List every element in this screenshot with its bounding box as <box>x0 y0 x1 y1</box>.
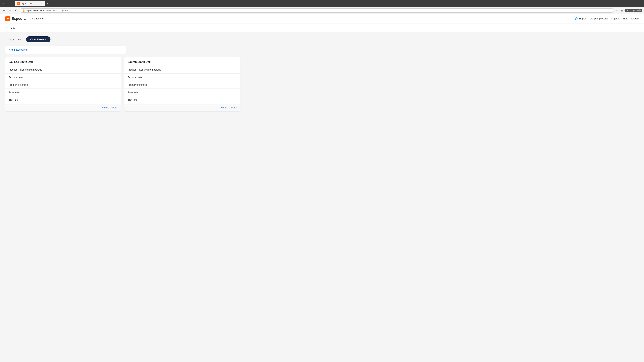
tab-my-account-label: My Account <box>10 38 22 41</box>
list-property-link[interactable]: List your property <box>590 17 608 20</box>
back-label: Back <box>10 27 15 29</box>
travelers-grid: Lau Lee Smith Deli Frequent Flyer and Me… <box>5 57 240 111</box>
traveler-card: Lauren Smith Deli Frequent Flyer and Mem… <box>124 57 240 111</box>
logo-text: Expedia <box>12 16 26 21</box>
language-label: English <box>579 17 586 20</box>
traveler-name: Lauren Smith Deli <box>128 60 150 63</box>
add-traveler-card: + Add new traveler <box>5 46 126 54</box>
logo[interactable]: ✈ Expedia <box>5 16 26 21</box>
traveler-menu-item[interactable]: TSA Info <box>124 96 240 104</box>
remove-traveler-footer: Remove traveler <box>5 104 121 111</box>
trips-label: Trips <box>623 17 628 20</box>
language-button[interactable]: 🌐 English <box>575 17 586 20</box>
user-label: Lauren <box>631 17 639 20</box>
traveler-menu-item[interactable]: Passports <box>5 89 121 96</box>
add-traveler-button[interactable]: + Add new traveler <box>9 48 28 51</box>
support-link[interactable]: Support <box>611 17 620 20</box>
tab-other-travelers-label: Other Travelers <box>30 38 46 41</box>
traveler-name: Lau Lee Smith Deli <box>9 60 33 63</box>
more-travel-button[interactable]: More travel ▾ <box>30 17 43 20</box>
sidebar-button[interactable]: ⊞ <box>620 8 624 13</box>
traveler-menu-item[interactable]: Frequent Flyer and Membership <box>5 66 121 73</box>
address-bar[interactable]: 🔒 expedia.com/user/account/?&selc=paymen… <box>20 8 614 12</box>
incognito-icon: 🕵 <box>626 9 629 11</box>
support-label: Support <box>611 17 620 20</box>
traveler-card-header: Lau Lee Smith Deli <box>5 57 121 66</box>
tab-other-travelers[interactable]: Other Travelers <box>26 36 50 42</box>
user-menu-link[interactable]: Lauren <box>631 17 639 20</box>
maximize-button[interactable]: □ <box>5 2 8 5</box>
close-button[interactable]: ✕ <box>9 2 11 5</box>
bookmark-button[interactable]: ☆ <box>615 8 619 13</box>
back-nav-button[interactable]: ← <box>2 8 6 13</box>
forward-nav-button[interactable]: → <box>8 8 12 13</box>
traveler-card: Lau Lee Smith Deli Frequent Flyer and Me… <box>5 57 121 111</box>
incognito-label: Incognito (2) <box>630 9 641 11</box>
tab-close-button[interactable]: ✕ <box>40 2 43 5</box>
more-travel-label: More travel <box>30 17 41 20</box>
chevron-down-icon: ▾ <box>42 17 43 20</box>
traveler-menu-item[interactable]: Flight Preferences <box>124 81 240 89</box>
logo-icon: ✈ <box>5 16 10 21</box>
traveler-menu-item[interactable]: Frequent Flyer and Membership <box>124 66 240 73</box>
back-section: ← Back <box>0 23 644 32</box>
incognito-badge[interactable]: 🕵 Incognito (2) <box>624 9 642 12</box>
traveler-menu-item[interactable]: TSA Info <box>5 96 121 104</box>
traveler-menu-item[interactable]: Passports <box>124 89 240 96</box>
add-traveler-label: + Add new traveler <box>9 48 28 51</box>
tabs-container: My Account Other Travelers <box>5 36 639 42</box>
back-arrow-icon: ← <box>5 26 8 30</box>
remove-traveler-label: Remove traveler <box>220 106 237 109</box>
reload-button[interactable]: ↺ <box>14 8 18 13</box>
traveler-menu-item[interactable]: Personal Info <box>124 73 240 81</box>
toolbar-right: ☆ ⊞ 🕵 Incognito (2) <box>615 8 642 13</box>
back-link[interactable]: ← Back <box>5 26 639 30</box>
tab-favicon: ✈ <box>18 2 20 5</box>
browser-toolbar: ← → ↺ 🔒 expedia.com/user/account/?&selc=… <box>0 7 644 14</box>
remove-traveler-button[interactable]: Remove traveler <box>220 106 237 109</box>
site-header: ✈ Expedia More travel ▾ 🌐 English List y… <box>0 14 644 23</box>
traveler-menu-item[interactable]: Personal Info <box>5 73 121 81</box>
main-content: My Account Other Travelers + Add new tra… <box>0 32 644 362</box>
minimize-button[interactable]: ─ <box>2 2 4 5</box>
url-text: expedia.com/user/account/?&selc=payment <box>26 9 68 12</box>
browser-titlebar: ─ □ ✕ ✈ My Account ✕ + <box>0 0 644 7</box>
tab-bar: ✈ My Account ✕ + <box>14 1 51 6</box>
new-tab-button[interactable]: + <box>45 1 50 6</box>
trips-link[interactable]: Trips <box>623 17 628 20</box>
window-controls: ─ □ ✕ <box>2 2 11 5</box>
header-left: ✈ Expedia More travel ▾ <box>5 16 43 21</box>
traveler-menu-item[interactable]: Flight Preferences <box>5 81 121 89</box>
tab-title: My Account <box>22 2 39 5</box>
tab-my-account[interactable]: My Account <box>5 36 26 42</box>
remove-traveler-footer: Remove traveler <box>124 104 240 111</box>
traveler-card-header: Lauren Smith Deli <box>124 57 240 66</box>
page: ✈ Expedia More travel ▾ 🌐 English List y… <box>0 14 644 362</box>
remove-traveler-button[interactable]: Remove traveler <box>100 106 118 109</box>
active-tab[interactable]: ✈ My Account ✕ <box>15 1 45 6</box>
remove-traveler-label: Remove traveler <box>100 106 118 109</box>
list-property-label: List your property <box>590 17 608 20</box>
globe-icon: 🌐 <box>575 17 578 20</box>
browser-chrome: ─ □ ✕ ✈ My Account ✕ + ← → ↺ 🔒 expedia.c… <box>0 0 644 14</box>
header-right: 🌐 English List your property Support Tri… <box>575 17 639 20</box>
